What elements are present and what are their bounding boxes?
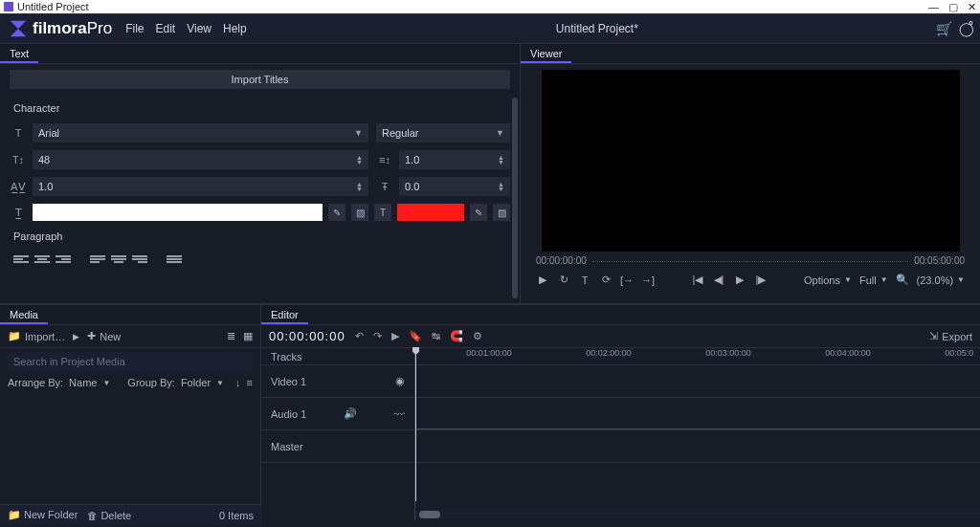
arrange-by-value[interactable]: Name	[69, 377, 97, 388]
sort-list-icon[interactable]: ≡	[247, 377, 253, 388]
plus-icon: ✚	[87, 330, 96, 342]
loop-icon[interactable]: ↻	[557, 274, 570, 286]
prev-frame-icon[interactable]: |◀	[691, 274, 704, 286]
font-size-input[interactable]: 48▲▼	[33, 150, 368, 169]
tab-editor[interactable]: Editor	[261, 305, 308, 324]
sync-icon[interactable]: ⟳	[599, 274, 612, 286]
svg-marker-0	[11, 21, 27, 37]
minimize-icon[interactable]: —	[928, 1, 939, 13]
grid-view-icon[interactable]: ▦	[243, 330, 253, 342]
justify-right-icon[interactable]	[132, 253, 147, 265]
waveform-icon[interactable]: 〰	[394, 408, 405, 420]
tab-viewer[interactable]: Viewer	[521, 44, 571, 63]
no-outline-icon[interactable]: ▨	[493, 204, 510, 221]
playhead[interactable]	[415, 348, 416, 501]
cursor-tool-icon[interactable]: ▶	[391, 330, 399, 342]
baseline-input[interactable]: 0.0▲▼	[399, 177, 510, 196]
master-track-row[interactable]	[415, 430, 980, 463]
chevron-down-icon: ▼	[496, 128, 504, 138]
mark-out-icon[interactable]: →]	[641, 274, 655, 286]
delete-button[interactable]: 🗑 Delete	[87, 510, 131, 521]
magnet-icon[interactable]: 🧲	[450, 330, 463, 342]
editor-timecode[interactable]: 00:00:00:00	[269, 329, 345, 343]
play-pause-icon[interactable]: ▶	[733, 274, 746, 286]
timeline-ruler[interactable]: 00:01:00:00 00:02:00:00 00:03:00:00 00:0…	[415, 348, 980, 365]
audio-track-row[interactable]	[415, 398, 980, 430]
user-icon[interactable]: ◯̊	[959, 21, 972, 36]
undo-icon[interactable]: ↶	[355, 330, 364, 342]
item-count: 0 Items	[219, 510, 254, 521]
menu-help[interactable]: Help	[223, 22, 247, 35]
sort-asc-icon[interactable]: ↓	[235, 377, 241, 388]
font-size-icon: T↕	[10, 154, 27, 165]
viewer-full-menu[interactable]: Full ▼	[859, 274, 888, 286]
tab-media[interactable]: Media	[0, 305, 48, 324]
snap-icon[interactable]: ↹	[432, 330, 440, 342]
maximize-icon[interactable]: ▢	[948, 1, 958, 13]
menu-file[interactable]: File	[125, 22, 144, 35]
font-family-select[interactable]: Arial▼	[33, 123, 368, 143]
editor-panel: Editor 00:00:00:00 ↶ ↷ ▶ 🔖 ↹ 🧲 ⚙ ⇲Export…	[261, 304, 980, 526]
import-titles-button[interactable]: Import Titles	[10, 70, 510, 89]
tag-icon[interactable]: 🔖	[409, 330, 422, 342]
align-right-icon[interactable]	[56, 253, 71, 265]
track-video1[interactable]: Video 1◉	[261, 365, 414, 398]
outline-color-swatch[interactable]	[397, 204, 464, 221]
os-titlebar: Untitled Project — ▢ ✕	[0, 0, 980, 14]
viewer-scrubber[interactable]	[592, 261, 908, 272]
eyedropper-icon[interactable]: ✎	[328, 204, 345, 221]
no-fill-icon[interactable]: ▨	[351, 204, 368, 221]
media-panel: Media 📁Import… ▶ ✚New ≣ ▦ Arrange By: Na…	[0, 304, 261, 526]
tracking-input[interactable]: 1.0▲▼	[33, 177, 368, 196]
close-icon[interactable]: ✕	[968, 1, 976, 13]
import-chevron-icon[interactable]: ▶	[73, 332, 79, 341]
redo-icon[interactable]: ↷	[373, 330, 382, 342]
font-style-select[interactable]: Regular▼	[376, 123, 510, 143]
justify-center-icon[interactable]	[111, 253, 126, 265]
menu-edit[interactable]: Edit	[156, 22, 176, 35]
text-panel-scrollbar[interactable]	[512, 98, 518, 298]
eye-icon[interactable]: ◉	[395, 375, 405, 387]
chevron-down-icon: ▼	[880, 275, 888, 284]
track-audio1[interactable]: Audio 1🔊〰	[261, 398, 414, 430]
align-center-icon[interactable]	[34, 253, 50, 265]
track-master[interactable]: Master	[261, 430, 414, 463]
speaker-icon[interactable]: 🔊	[344, 407, 357, 420]
baseline-icon: Ŧ	[376, 181, 393, 192]
eyedropper-outline-icon[interactable]: ✎	[470, 204, 487, 221]
new-button[interactable]: ✚New	[87, 330, 121, 342]
zoom-icon[interactable]: 🔍	[896, 274, 909, 286]
timeline-area[interactable]: 00:01:00:00 00:02:00:00 00:03:00:00 00:0…	[414, 348, 980, 520]
cart-icon[interactable]: 🛒	[936, 21, 949, 36]
viewer-zoom-level[interactable]: (23.0%) ▼	[917, 274, 965, 286]
tracks-header: Tracks	[261, 348, 414, 365]
import-button[interactable]: 📁Import…	[8, 330, 65, 342]
group-by-value[interactable]: Folder	[181, 377, 211, 388]
next-frame-icon[interactable]: |▶	[754, 274, 768, 286]
fill-color-swatch[interactable]	[33, 204, 323, 221]
search-input[interactable]	[8, 352, 253, 371]
settings-icon[interactable]: ⚙	[473, 330, 482, 342]
mark-in-icon[interactable]: [→	[620, 274, 634, 286]
viewer-time-total: 00:05:00:00	[914, 255, 965, 266]
window-title: Untitled Project	[17, 1, 89, 12]
play-icon[interactable]: ▶	[536, 274, 549, 286]
video-track-row[interactable]	[415, 365, 980, 398]
tab-text[interactable]: Text	[0, 44, 38, 63]
viewer-canvas[interactable]	[542, 70, 960, 252]
align-left-icon[interactable]	[13, 253, 29, 265]
export-button[interactable]: ⇲Export	[929, 330, 972, 342]
brand-logo-icon	[8, 18, 29, 39]
timeline-scrollbar[interactable]	[415, 511, 980, 518]
project-title: Untitled Project*	[556, 22, 638, 35]
leading-input[interactable]: 1.0▲▼	[399, 150, 510, 169]
fill-color-icon: T̲	[10, 207, 27, 219]
new-folder-button[interactable]: 📁 New Folder	[8, 509, 78, 521]
justify-left-icon[interactable]	[90, 253, 105, 265]
step-back-icon[interactable]: ◀|	[712, 274, 725, 286]
menu-view[interactable]: View	[187, 22, 212, 35]
viewer-options-menu[interactable]: Options ▼	[804, 274, 852, 286]
justify-full-icon[interactable]	[167, 253, 182, 265]
list-view-icon[interactable]: ≣	[227, 330, 235, 342]
text-overlay-icon[interactable]: T	[578, 274, 591, 286]
